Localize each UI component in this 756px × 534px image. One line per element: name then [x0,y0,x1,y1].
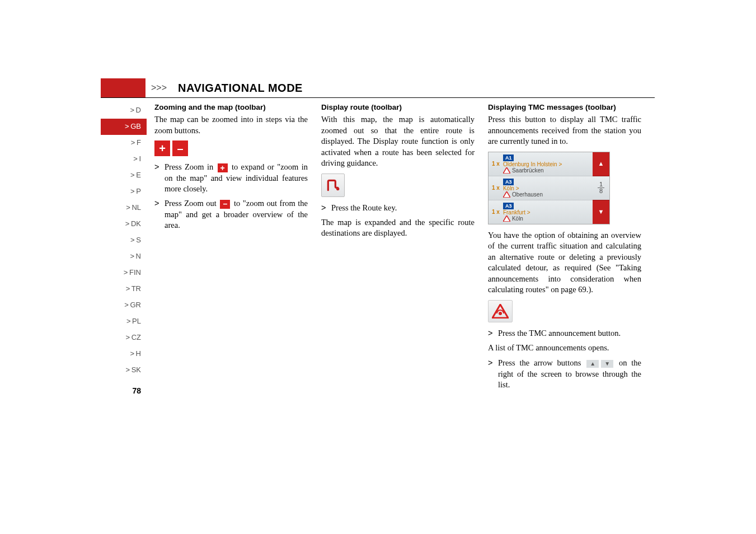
sidebar-item-p: > P [101,184,147,200]
heading-display-route: Display route (toolbar) [321,102,475,113]
bullet-press-route-text: Press the Route key. [331,203,475,214]
road-badge: A3 [503,203,514,209]
column-tmc: Displaying TMC messages (toolbar) Press … [488,102,641,395]
route-key-icon [321,174,345,197]
text-tmc-after1: You have the option of obtaining an over… [488,230,641,296]
tmc-list: 1 x A1 Oldenburg In Holstein > Saarbrück… [489,152,593,224]
tmc-count: 1 x [492,160,500,168]
header-arrows: >>> [145,78,172,97]
sidebar-item-i: > I [101,151,147,167]
language-sidebar: > D > GB > F > I > E > P > NL > DK > S >… [101,102,147,395]
sidebar-item-cz: > CZ [101,330,147,346]
bullet-zoom-out-text: Press Zoom out – to "zoom out from the m… [165,198,308,231]
page-number: 78 [101,386,147,395]
bullet-zoom-in-text: Press Zoom in + to expand or "zoom in on… [165,162,308,195]
warning-triangle-icon [503,216,510,222]
page-header: >>> NAVIGATIONAL MODE [101,78,655,98]
svg-point-5 [499,312,502,315]
svg-marker-3 [503,216,510,222]
svg-marker-4 [492,305,508,318]
plus-icon: + [218,163,228,172]
scroll-down-button[interactable]: ▼ [593,200,609,224]
bullet-zoom-out: > Press Zoom out – to "zoom out from the… [154,198,308,231]
arrow-up-icon: ▲ [586,360,599,368]
svg-marker-1 [503,167,510,174]
text-zoom-intro: The map can be zoomed into in steps via … [154,114,308,136]
tmc-scroll-side: ▲ 1 8 ▼ [593,152,609,224]
sidebar-item-dk: > DK [101,216,147,232]
warning-triangle-icon [503,167,510,174]
zoom-buttons-figure: + – [154,140,308,156]
sidebar-item-f: > F [101,135,147,151]
sidebar-item-gb: > GB [101,119,147,135]
text-tmc-list-opens: A list of TMC announcements opens. [488,343,641,354]
scroll-up-button[interactable]: ▲ [593,152,609,176]
heading-tmc: Displaying TMC messages (toolbar) [488,102,641,113]
tmc-to: Oberhausen [512,191,543,198]
bullet-arrow-icon: > [321,203,331,214]
column-display-route: Display route (toolbar) With this map, t… [321,102,475,395]
arrow-down-icon: ▼ [601,360,613,368]
bullet-press-tmc-text: Press the TMC announcement button. [498,328,641,339]
page-indicator: 1 8 [593,176,609,200]
bullet-press-arrows-text: Press the arrow buttons ▲▼ on the right … [498,358,641,391]
svg-marker-2 [503,191,510,198]
zoom-in-icon: + [154,140,170,156]
sidebar-item-sk: > SK [101,362,147,378]
sidebar-item-n: > N [101,249,147,265]
zoom-out-icon: – [172,140,188,156]
column-zooming: Zooming and the map (toolbar) The map ca… [154,102,308,395]
sidebar-item-gr: > GR [101,297,147,313]
page-title: NAVIGATIONAL MODE [172,78,303,97]
tmc-to: Saarbrücken [512,167,544,174]
text-route-intro: With this map, the map is automatically … [321,114,475,169]
tmc-row: 1 x A3 Köln > Oberhausen [489,176,593,200]
sidebar-item-pl: > PL [101,313,147,330]
tmc-announcement-button-icon [488,300,513,322]
sidebar-item-tr: > TR [101,281,147,297]
sidebar-item-d: > D [101,102,147,119]
tmc-to: Köln [512,216,523,222]
sidebar-item-h: > H [101,346,147,362]
bullet-arrow-icon: > [488,328,498,339]
tmc-from: Frankfurt > [503,209,530,216]
minus-icon: – [220,200,230,209]
sidebar-item-fin: > FIN [101,265,147,281]
tmc-from: Oldenburg In Holstein > [503,161,562,167]
sidebar-item-e: > E [101,167,147,184]
content-columns: Zooming and the map (toolbar) The map ca… [147,102,655,395]
header-red-block [101,78,145,97]
tmc-count: 1 x [492,184,500,192]
svg-point-0 [336,188,339,190]
sidebar-item-nl: > NL [101,200,147,216]
bullet-arrow-icon: > [488,358,498,391]
manual-page: >>> NAVIGATIONAL MODE > D > GB > F > I >… [101,78,655,395]
heading-zooming: Zooming and the map (toolbar) [154,102,308,113]
tmc-count: 1 x [492,208,500,216]
bullet-arrow-icon: > [154,162,165,195]
warning-triangle-icon [503,191,510,198]
bullet-press-tmc: > Press the TMC announcement button. [488,328,641,339]
tmc-row: 1 x A3 Frankfurt > Köln [489,200,593,224]
text-route-after: The map is expanded and the specific rou… [321,217,475,239]
tmc-from: Köln > [503,185,543,191]
text-tmc-intro: Press this button to display all TMC tra… [488,114,641,147]
bullet-zoom-in: > Press Zoom in + to expand or "zoom in … [154,162,308,195]
tmc-list-figure: 1 x A1 Oldenburg In Holstein > Saarbrück… [488,152,610,224]
page-body: > D > GB > F > I > E > P > NL > DK > S >… [101,102,655,395]
road-badge: A1 [503,154,514,161]
road-badge: A3 [503,179,514,185]
bullet-press-route: > Press the Route key. [321,203,475,214]
bullet-arrow-icon: > [154,198,165,231]
sidebar-item-s: > S [101,232,147,249]
tmc-row: 1 x A1 Oldenburg In Holstein > Saarbrück… [489,152,593,176]
bullet-press-arrows: > Press the arrow buttons ▲▼ on the righ… [488,358,641,391]
